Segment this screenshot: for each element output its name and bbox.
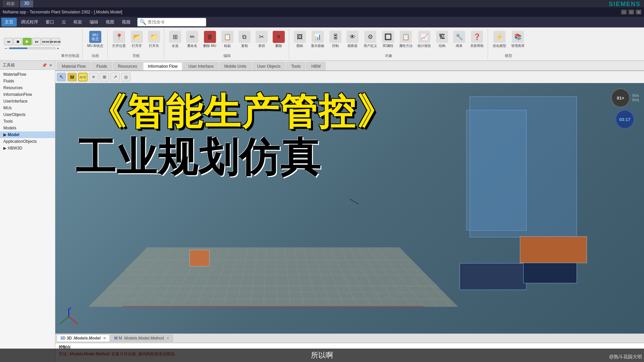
toolbar-group-model: ⚡ 优化模型 📚 管理类库 模型 [489, 29, 529, 59]
3d-attr-button[interactable]: 🔲 3D属性 [380, 29, 396, 50]
open-open-button[interactable]: 📂 打开开 [129, 29, 145, 50]
menu-home[interactable]: 主页 [1, 18, 17, 26]
copy-button[interactable]: ⧉ 复制 [236, 29, 253, 50]
help-button[interactable]: ❓ 关联帮助 [468, 29, 486, 50]
optimize-button[interactable]: ⚡ 优化模型 [491, 29, 508, 50]
transport-controls: ⏮ ⏹ ▶ ⏭ ⏭⏭ ⏭⏭⏭ ─ + 事件控制器 [1, 29, 83, 59]
rewind-button[interactable]: ⏮ [4, 38, 13, 45]
tree-item-hbw3d[interactable]: ▶HBW3D [0, 145, 55, 152]
delete-button[interactable]: ✕ 删除 [271, 29, 287, 50]
toolbar-group-objects: 🖼 图标 📊 显示面板 🎛 控制 👁 观察器 ⚙ 用户定义 🔲 3D属性 [290, 29, 488, 59]
step-button[interactable]: ⏭ [32, 38, 41, 45]
cut-icon: ✂ [256, 31, 268, 43]
tree-item-mus[interactable]: MUs [0, 105, 55, 111]
cursor-button[interactable]: ↖ [57, 73, 66, 81]
tab-user-objects[interactable]: User Objects [252, 62, 285, 70]
tab-resources[interactable]: Resources [113, 62, 142, 70]
structure-icon: 🏗 [436, 31, 448, 43]
viewport[interactable]: WMS 《智能生产管控》 工业规划仿真 Z Y X [55, 83, 644, 334]
user-defined-button[interactable]: ⚙ 用户定义 [362, 29, 379, 50]
left-panel: 工具箱 📌 ✕ MaterialFlow Fluids Resources In… [0, 61, 55, 362]
stats-button[interactable]: 📈 统计报告 [416, 29, 433, 50]
socket-button[interactable]: ◎ [121, 73, 130, 81]
method-button[interactable]: M [67, 73, 77, 81]
menu-cloud[interactable]: 云 [58, 18, 69, 26]
tree-item-tools[interactable]: Tools [0, 118, 55, 125]
content-toolbar: ↖ M n=1 ≡ ⊞ ↗ ◎ [55, 71, 644, 83]
properties-button[interactable]: 📋 属性方法 [397, 29, 415, 50]
select-all-icon: ⊞ [169, 31, 181, 43]
structure-2 [466, 110, 527, 231]
open-close-button[interactable]: 📁 打开关 [146, 29, 162, 50]
tab-information-flow[interactable]: Information Flow [143, 62, 183, 70]
n1-button[interactable]: n=1 [78, 73, 88, 81]
bottom-tab-model[interactable]: 3D 3D .Models.Model ✕ [57, 335, 110, 342]
tree-item-materialflow[interactable]: MaterialFlow [0, 71, 55, 78]
cut-button[interactable]: ✂ 剪切 [254, 29, 270, 50]
tab-hbw[interactable]: HBW [306, 62, 326, 70]
tab-fluids[interactable]: Fluids [91, 62, 112, 70]
tree-items: MaterialFlow Fluids Resources Informatio… [0, 70, 55, 362]
network-button[interactable]: ⊞ [100, 73, 109, 81]
close-button[interactable]: ✕ [636, 10, 641, 14]
bottom-tab-method[interactable]: M M .Models.Model.Method ✕ [110, 335, 173, 342]
connector-button[interactable]: ↗ [110, 73, 120, 81]
select-all-button[interactable]: ⊞ 全选 [167, 29, 183, 50]
menu-video[interactable]: 视频 [118, 18, 134, 26]
tree-item-userobjects[interactable]: UserObjects [0, 111, 55, 118]
manage-lib-button[interactable]: 📚 管理类库 [509, 29, 527, 50]
tab-user-interface[interactable]: User Interface [183, 62, 218, 70]
tree-item-informationflow[interactable]: InformationFlow [0, 91, 55, 98]
play-button[interactable]: ▶ [23, 38, 32, 45]
paste-icon: 📋 [221, 31, 233, 43]
search-input[interactable] [148, 19, 204, 24]
display-panel-button[interactable]: 📊 显示面板 [309, 29, 326, 50]
bottom-tab-close-2[interactable]: ✕ [166, 336, 169, 340]
menu-bar: 主页 调试程序 窗口 云 框架 编辑 视图 视频 🔍 [0, 17, 644, 27]
speed-display: 81× 0V/s 0V/s 03:17 [611, 88, 639, 129]
speed-values: 0V/s 0V/s [632, 94, 639, 102]
toolbar-group-navigation: 📍 打开位置 📂 打开开 📁 打开关 导航 [108, 29, 164, 59]
minimize-button[interactable]: ─ [621, 10, 627, 14]
stop-button[interactable]: ⏹ [13, 38, 22, 45]
menu-view[interactable]: 视图 [102, 18, 118, 26]
open-position-button[interactable]: 📍 打开位置 [110, 29, 128, 50]
menu-window[interactable]: 窗口 [42, 18, 58, 26]
observer-button[interactable]: 👁 观察器 [344, 29, 361, 50]
maximize-button[interactable]: □ [629, 10, 634, 14]
toolbox-pin-button[interactable]: 📌 [42, 63, 47, 68]
menu-edit[interactable]: 编辑 [86, 18, 102, 26]
paste-button[interactable]: 📋 粘贴 [219, 29, 235, 50]
tree-item-fluids[interactable]: Fluids [0, 78, 55, 84]
control-button[interactable]: 🎛 控制 [327, 29, 343, 50]
rename-button[interactable]: ✏ 重命名 [184, 29, 200, 50]
speed-ring-multiplier: 81× [611, 88, 630, 108]
frame-tab-jiagou[interactable]: 框架 [3, 0, 19, 7]
tab-mobile-units[interactable]: Mobile Units [219, 62, 252, 70]
toolbox-header: 工具箱 📌 ✕ [0, 61, 55, 70]
fastest-button[interactable]: ⏭⏭⏭ [51, 38, 60, 45]
bottom-tab-close-1[interactable]: ✕ [103, 336, 106, 340]
delete-mu-button[interactable]: 🗑 删除 MU [201, 29, 218, 50]
menu-debug[interactable]: 调试程序 [17, 18, 42, 26]
icon-button[interactable]: 🖼 图标 [292, 29, 308, 50]
toolbar-group-edit: ⊞ 全选 ✏ 重命名 🗑 删除 MU 📋 粘贴 ⧉ 复制 ✂ 剪切 [165, 29, 289, 59]
menu-framework[interactable]: 框架 [70, 18, 86, 26]
tree-item-model[interactable]: ▶Model [0, 131, 55, 138]
frame-tab-3d[interactable]: 3D [20, 0, 33, 7]
table-button[interactable]: ≡ [89, 73, 98, 81]
maintenance-button[interactable]: 🔧 维承 [451, 29, 467, 50]
table-1 [460, 263, 527, 290]
tree-item-models[interactable]: Models [0, 125, 55, 131]
tab-tools[interactable]: Tools [286, 62, 306, 70]
tree-item-userinterface[interactable]: UserInterface [0, 98, 55, 105]
mu-state-button[interactable]: MU状态 MU 和状态 [85, 29, 105, 50]
tree-item-applicationobjects[interactable]: ApplicationObjects [0, 138, 55, 145]
bottom-tabs: 3D 3D .Models.Model ✕ M M .Models.Model.… [55, 334, 644, 343]
tree-item-resources[interactable]: Resources [0, 84, 55, 91]
fast-forward-button[interactable]: ⏭⏭ [42, 38, 50, 45]
toolbox-close-button[interactable]: ✕ [49, 63, 52, 68]
search-bar[interactable]: 🔍 [137, 18, 206, 26]
tab-material-flow[interactable]: Material Flow [57, 62, 91, 70]
structure-button[interactable]: 🏗 结构 [434, 29, 450, 50]
